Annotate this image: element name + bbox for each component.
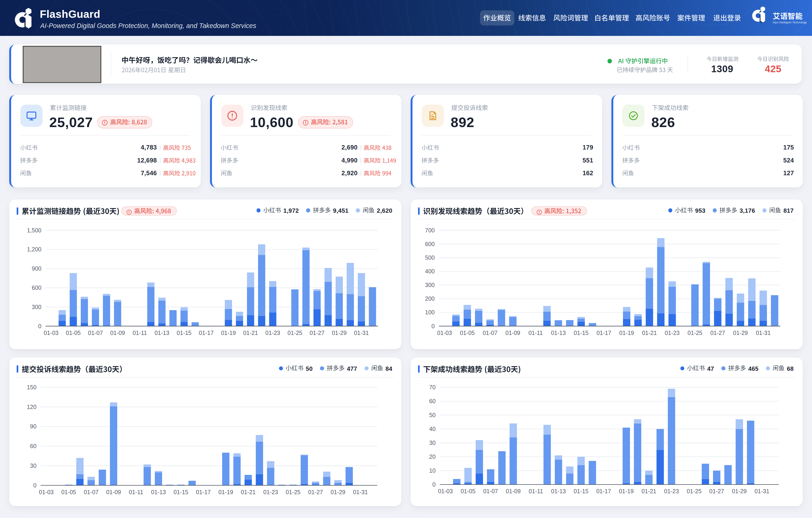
- svg-text:300: 300: [425, 282, 435, 288]
- svg-text:01-11: 01-11: [129, 489, 143, 495]
- svg-text:01-13: 01-13: [151, 489, 166, 495]
- svg-text:01-13: 01-13: [551, 488, 566, 494]
- svg-text:01-21: 01-21: [641, 488, 656, 494]
- svg-text:01-07: 01-07: [88, 330, 103, 336]
- svg-text:01-31: 01-31: [756, 330, 771, 336]
- svg-text:01-31: 01-31: [755, 488, 770, 494]
- svg-text:1,500: 1,500: [27, 227, 41, 234]
- svg-text:01-21: 01-21: [241, 489, 256, 495]
- svg-text:10: 10: [429, 467, 436, 474]
- svg-text:600: 600: [32, 284, 41, 291]
- svg-text:01-03: 01-03: [438, 488, 453, 494]
- svg-text:01-29: 01-29: [332, 330, 347, 336]
- svg-text:200: 200: [425, 295, 435, 302]
- svg-text:01-03: 01-03: [39, 489, 54, 495]
- svg-text:01-19: 01-19: [219, 489, 233, 495]
- svg-text:01-13: 01-13: [154, 330, 169, 336]
- svg-text:700: 700: [425, 227, 435, 234]
- svg-text:01-15: 01-15: [174, 489, 188, 495]
- svg-text:20: 20: [429, 454, 436, 460]
- svg-text:01-07: 01-07: [483, 488, 498, 494]
- svg-text:01-05: 01-05: [66, 330, 81, 336]
- svg-text:30: 30: [30, 462, 36, 469]
- svg-text:01-27: 01-27: [310, 330, 325, 336]
- svg-text:30: 30: [429, 439, 436, 446]
- svg-text:01-05: 01-05: [461, 488, 475, 494]
- svg-text:01-13: 01-13: [551, 330, 566, 336]
- svg-text:01-17: 01-17: [199, 330, 214, 336]
- svg-text:01-17: 01-17: [596, 488, 611, 494]
- svg-text:100: 100: [425, 309, 435, 316]
- svg-text:500: 500: [425, 254, 435, 261]
- svg-text:400: 400: [425, 268, 435, 274]
- svg-text:01-19: 01-19: [619, 330, 634, 336]
- svg-text:60: 60: [429, 398, 436, 404]
- svg-text:01-23: 01-23: [664, 488, 679, 494]
- svg-text:01-31: 01-31: [353, 489, 368, 495]
- svg-text:01-29: 01-29: [732, 488, 747, 494]
- svg-text:01-25: 01-25: [286, 489, 300, 495]
- svg-text:01-19: 01-19: [221, 330, 236, 336]
- svg-text:900: 900: [32, 265, 41, 272]
- svg-text:01-11: 01-11: [529, 488, 543, 494]
- svg-text:01-23: 01-23: [265, 330, 280, 336]
- svg-text:01-25: 01-25: [688, 330, 702, 336]
- svg-text:01-27: 01-27: [710, 330, 725, 336]
- svg-text:01-17: 01-17: [196, 489, 211, 495]
- svg-text:01-23: 01-23: [665, 330, 680, 336]
- svg-text:01-25: 01-25: [288, 330, 302, 336]
- svg-text:01-31: 01-31: [354, 330, 369, 336]
- svg-text:01-21: 01-21: [243, 330, 258, 336]
- svg-text:300: 300: [32, 304, 41, 310]
- svg-text:01-15: 01-15: [574, 330, 588, 336]
- svg-text:50: 50: [429, 412, 436, 418]
- svg-text:01-23: 01-23: [263, 489, 278, 495]
- svg-text:120: 120: [27, 403, 36, 410]
- svg-text:01-25: 01-25: [687, 488, 701, 494]
- svg-text:01-29: 01-29: [330, 489, 345, 495]
- svg-text:01-07: 01-07: [483, 330, 497, 336]
- svg-text:0: 0: [431, 323, 435, 329]
- svg-text:01-15: 01-15: [574, 488, 588, 494]
- svg-text:01-17: 01-17: [597, 330, 611, 336]
- svg-text:70: 70: [429, 384, 436, 390]
- svg-text:0: 0: [38, 323, 41, 329]
- svg-text:01-27: 01-27: [709, 488, 724, 494]
- svg-text:90: 90: [30, 423, 36, 430]
- svg-text:01-05: 01-05: [61, 489, 76, 495]
- svg-text:01-09: 01-09: [506, 488, 521, 494]
- svg-text:40: 40: [429, 426, 436, 432]
- svg-text:01-05: 01-05: [460, 330, 475, 336]
- svg-text:01-11: 01-11: [528, 330, 543, 336]
- svg-text:01-29: 01-29: [733, 330, 748, 336]
- svg-text:01-03: 01-03: [437, 330, 452, 336]
- svg-text:01-15: 01-15: [177, 330, 192, 336]
- svg-text:01-09: 01-09: [106, 489, 121, 495]
- svg-text:150: 150: [27, 384, 36, 390]
- svg-text:01-19: 01-19: [619, 488, 634, 494]
- svg-text:0: 0: [33, 482, 36, 488]
- svg-text:01-11: 01-11: [133, 330, 147, 336]
- svg-text:600: 600: [425, 241, 435, 247]
- svg-text:1,200: 1,200: [27, 246, 41, 252]
- svg-text:01-27: 01-27: [308, 489, 323, 495]
- svg-text:01-09: 01-09: [110, 330, 125, 336]
- svg-text:01-09: 01-09: [505, 330, 520, 336]
- svg-text:01-07: 01-07: [84, 489, 98, 495]
- svg-text:01-21: 01-21: [642, 330, 657, 336]
- svg-text:60: 60: [30, 443, 36, 449]
- svg-text:01-03: 01-03: [44, 330, 59, 336]
- svg-text:0: 0: [432, 481, 436, 488]
